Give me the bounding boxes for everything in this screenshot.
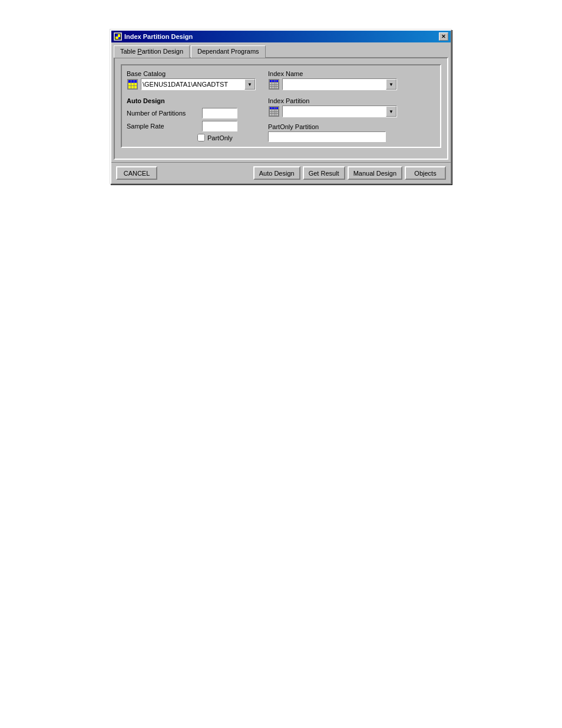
partonly-partition-title: PartOnly Partition: [268, 123, 435, 130]
index-name-field-row: ▼: [268, 78, 435, 90]
inner-form-border: Base Catalog: [121, 64, 441, 148]
index-partition-select[interactable]: ▼: [282, 106, 397, 117]
index-partition-icon[interactable]: [268, 106, 280, 117]
index-name-select[interactable]: ▼: [282, 78, 397, 90]
title-bar-left: Index Partition Design: [114, 32, 193, 41]
index-name-arrow[interactable]: ▼: [386, 79, 396, 90]
index-name-group: Index Name: [268, 70, 435, 90]
index-name-label: Index Name: [268, 70, 435, 77]
base-catalog-icon[interactable]: [127, 78, 138, 90]
action-buttons: Auto Design Get Result Manual Design Obj…: [253, 166, 446, 180]
auto-design-title: Auto Design: [127, 97, 256, 104]
tab-table-partition-design[interactable]: Table Partition Design: [114, 45, 190, 58]
partonly-partition-input[interactable]: [268, 131, 386, 142]
tab-dependant-label: Dependant Programs: [197, 48, 259, 55]
grid-icon-inner: [127, 79, 138, 90]
index-name-icon[interactable]: [268, 78, 280, 90]
number-of-partitions-input[interactable]: [202, 108, 237, 118]
cancel-button[interactable]: CANCEL: [116, 166, 157, 180]
title-bar-buttons: ✕: [439, 32, 448, 41]
base-catalog-group: Base Catalog: [127, 70, 256, 90]
base-catalog-dropdown[interactable]: \GENUS1DATA1\ANGADTST: [141, 81, 255, 88]
title-bar: Index Partition Design ✕: [111, 31, 451, 42]
get-result-button[interactable]: Get Result: [303, 166, 345, 180]
part-only-row: PartOnly: [197, 134, 256, 141]
index-partition-section: Index Partition: [268, 97, 435, 142]
index-partition-field-row: ▼: [268, 106, 435, 117]
part-only-label: PartOnly: [207, 134, 233, 141]
sample-rate-row: Sample Rate: [127, 121, 256, 131]
index-partition-dropdown[interactable]: [283, 108, 396, 115]
bottom-row: Auto Design Number of Partitions Sample …: [127, 97, 435, 142]
auto-design-fields: Number of Partitions Sample Rate: [127, 108, 256, 131]
sample-rate-input[interactable]: [202, 121, 237, 131]
manual-design-button[interactable]: Manual Design: [348, 166, 402, 180]
main-window: Index Partition Design ✕ Table Partition…: [110, 29, 452, 185]
sample-rate-label: Sample Rate: [127, 123, 197, 130]
index-partition-title: Index Partition: [268, 97, 435, 104]
base-catalog-label: Base Catalog: [127, 70, 256, 77]
window-icon: [114, 32, 122, 41]
index-partition-grid: [269, 106, 279, 117]
content-area: Base Catalog: [114, 57, 448, 160]
window-title: Index Partition Design: [124, 33, 193, 40]
bottom-bar: CANCEL Auto Design Get Result Manual Des…: [111, 162, 451, 183]
part-only-checkbox[interactable]: [197, 134, 205, 141]
number-of-partitions-label: Number of Partitions: [127, 110, 197, 117]
tab-bar: Table Partition Design Dependant Program…: [111, 42, 451, 57]
base-catalog-select[interactable]: \GENUS1DATA1\ANGADTST ▼: [141, 78, 256, 90]
close-button[interactable]: ✕: [439, 32, 448, 41]
index-name-grid: [269, 79, 279, 90]
auto-design-section: Auto Design Number of Partitions Sample …: [127, 97, 256, 142]
partonly-partition-section: PartOnly Partition: [268, 123, 435, 142]
number-of-partitions-row: Number of Partitions: [127, 108, 256, 118]
auto-design-button[interactable]: Auto Design: [253, 166, 300, 180]
base-catalog-field-row: \GENUS1DATA1\ANGADTST ▼: [127, 78, 256, 90]
top-row: Base Catalog: [127, 70, 435, 90]
tab-dependant-programs[interactable]: Dependant Programs: [191, 45, 266, 58]
objects-button[interactable]: Objects: [405, 166, 446, 180]
tab-table-label: Table Partition Design: [120, 48, 183, 55]
index-partition-arrow[interactable]: ▼: [386, 106, 396, 117]
index-name-dropdown[interactable]: [283, 81, 396, 88]
base-catalog-arrow[interactable]: ▼: [244, 79, 255, 90]
